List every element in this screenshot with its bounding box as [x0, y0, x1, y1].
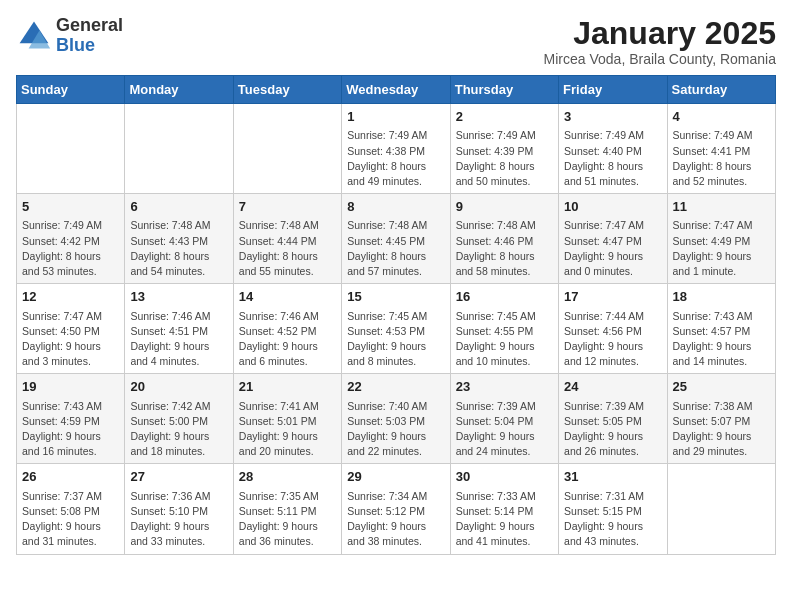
day-number: 11 [673, 198, 770, 216]
cell-content: Sunrise: 7:49 AM Sunset: 4:39 PM Dayligh… [456, 128, 553, 189]
cell-content: Sunrise: 7:48 AM Sunset: 4:45 PM Dayligh… [347, 218, 444, 279]
cell-content: Sunrise: 7:46 AM Sunset: 4:52 PM Dayligh… [239, 309, 336, 370]
calendar-cell: 28Sunrise: 7:35 AM Sunset: 5:11 PM Dayli… [233, 464, 341, 554]
calendar-cell: 23Sunrise: 7:39 AM Sunset: 5:04 PM Dayli… [450, 374, 558, 464]
calendar-body: 1Sunrise: 7:49 AM Sunset: 4:38 PM Daylig… [17, 104, 776, 554]
cell-content: Sunrise: 7:39 AM Sunset: 5:04 PM Dayligh… [456, 399, 553, 460]
day-number: 21 [239, 378, 336, 396]
calendar-cell: 7Sunrise: 7:48 AM Sunset: 4:44 PM Daylig… [233, 194, 341, 284]
calendar-cell: 20Sunrise: 7:42 AM Sunset: 5:00 PM Dayli… [125, 374, 233, 464]
calendar-cell: 15Sunrise: 7:45 AM Sunset: 4:53 PM Dayli… [342, 284, 450, 374]
cell-content: Sunrise: 7:49 AM Sunset: 4:42 PM Dayligh… [22, 218, 119, 279]
day-number: 14 [239, 288, 336, 306]
cell-content: Sunrise: 7:31 AM Sunset: 5:15 PM Dayligh… [564, 489, 661, 550]
cell-content: Sunrise: 7:43 AM Sunset: 4:59 PM Dayligh… [22, 399, 119, 460]
day-number: 16 [456, 288, 553, 306]
calendar-cell [125, 104, 233, 194]
day-number: 10 [564, 198, 661, 216]
calendar-cell: 17Sunrise: 7:44 AM Sunset: 4:56 PM Dayli… [559, 284, 667, 374]
cell-content: Sunrise: 7:47 AM Sunset: 4:49 PM Dayligh… [673, 218, 770, 279]
calendar-title: January 2025 [544, 16, 776, 51]
calendar-cell: 13Sunrise: 7:46 AM Sunset: 4:51 PM Dayli… [125, 284, 233, 374]
weekday-header-friday: Friday [559, 76, 667, 104]
day-number: 9 [456, 198, 553, 216]
calendar-cell: 1Sunrise: 7:49 AM Sunset: 4:38 PM Daylig… [342, 104, 450, 194]
day-number: 31 [564, 468, 661, 486]
calendar-cell: 29Sunrise: 7:34 AM Sunset: 5:12 PM Dayli… [342, 464, 450, 554]
day-number: 1 [347, 108, 444, 126]
cell-content: Sunrise: 7:44 AM Sunset: 4:56 PM Dayligh… [564, 309, 661, 370]
cell-content: Sunrise: 7:49 AM Sunset: 4:40 PM Dayligh… [564, 128, 661, 189]
weekday-header-saturday: Saturday [667, 76, 775, 104]
cell-content: Sunrise: 7:49 AM Sunset: 4:41 PM Dayligh… [673, 128, 770, 189]
calendar-cell: 5Sunrise: 7:49 AM Sunset: 4:42 PM Daylig… [17, 194, 125, 284]
day-number: 24 [564, 378, 661, 396]
cell-content: Sunrise: 7:45 AM Sunset: 4:53 PM Dayligh… [347, 309, 444, 370]
cell-content: Sunrise: 7:48 AM Sunset: 4:44 PM Dayligh… [239, 218, 336, 279]
calendar-subtitle: Mircea Voda, Braila County, Romania [544, 51, 776, 67]
cell-content: Sunrise: 7:36 AM Sunset: 5:10 PM Dayligh… [130, 489, 227, 550]
day-number: 7 [239, 198, 336, 216]
week-row-5: 26Sunrise: 7:37 AM Sunset: 5:08 PM Dayli… [17, 464, 776, 554]
logo-text: General Blue [56, 16, 123, 56]
cell-content: Sunrise: 7:45 AM Sunset: 4:55 PM Dayligh… [456, 309, 553, 370]
day-number: 13 [130, 288, 227, 306]
weekday-row: SundayMondayTuesdayWednesdayThursdayFrid… [17, 76, 776, 104]
cell-content: Sunrise: 7:40 AM Sunset: 5:03 PM Dayligh… [347, 399, 444, 460]
logo-icon [16, 18, 52, 54]
day-number: 20 [130, 378, 227, 396]
day-number: 22 [347, 378, 444, 396]
cell-content: Sunrise: 7:47 AM Sunset: 4:50 PM Dayligh… [22, 309, 119, 370]
calendar-cell: 16Sunrise: 7:45 AM Sunset: 4:55 PM Dayli… [450, 284, 558, 374]
day-number: 12 [22, 288, 119, 306]
calendar-header: SundayMondayTuesdayWednesdayThursdayFrid… [17, 76, 776, 104]
day-number: 27 [130, 468, 227, 486]
calendar-cell: 21Sunrise: 7:41 AM Sunset: 5:01 PM Dayli… [233, 374, 341, 464]
cell-content: Sunrise: 7:35 AM Sunset: 5:11 PM Dayligh… [239, 489, 336, 550]
day-number: 15 [347, 288, 444, 306]
day-number: 6 [130, 198, 227, 216]
calendar-cell [17, 104, 125, 194]
day-number: 5 [22, 198, 119, 216]
day-number: 4 [673, 108, 770, 126]
cell-content: Sunrise: 7:39 AM Sunset: 5:05 PM Dayligh… [564, 399, 661, 460]
calendar-cell: 8Sunrise: 7:48 AM Sunset: 4:45 PM Daylig… [342, 194, 450, 284]
calendar-cell: 27Sunrise: 7:36 AM Sunset: 5:10 PM Dayli… [125, 464, 233, 554]
weekday-header-sunday: Sunday [17, 76, 125, 104]
week-row-3: 12Sunrise: 7:47 AM Sunset: 4:50 PM Dayli… [17, 284, 776, 374]
calendar-cell: 25Sunrise: 7:38 AM Sunset: 5:07 PM Dayli… [667, 374, 775, 464]
cell-content: Sunrise: 7:42 AM Sunset: 5:00 PM Dayligh… [130, 399, 227, 460]
calendar-cell: 2Sunrise: 7:49 AM Sunset: 4:39 PM Daylig… [450, 104, 558, 194]
calendar-cell: 3Sunrise: 7:49 AM Sunset: 4:40 PM Daylig… [559, 104, 667, 194]
day-number: 26 [22, 468, 119, 486]
day-number: 3 [564, 108, 661, 126]
week-row-1: 1Sunrise: 7:49 AM Sunset: 4:38 PM Daylig… [17, 104, 776, 194]
calendar-cell: 12Sunrise: 7:47 AM Sunset: 4:50 PM Dayli… [17, 284, 125, 374]
calendar-cell: 6Sunrise: 7:48 AM Sunset: 4:43 PM Daylig… [125, 194, 233, 284]
calendar-cell [233, 104, 341, 194]
calendar-cell: 18Sunrise: 7:43 AM Sunset: 4:57 PM Dayli… [667, 284, 775, 374]
cell-content: Sunrise: 7:47 AM Sunset: 4:47 PM Dayligh… [564, 218, 661, 279]
title-block: January 2025 Mircea Voda, Braila County,… [544, 16, 776, 67]
cell-content: Sunrise: 7:38 AM Sunset: 5:07 PM Dayligh… [673, 399, 770, 460]
day-number: 29 [347, 468, 444, 486]
day-number: 8 [347, 198, 444, 216]
cell-content: Sunrise: 7:41 AM Sunset: 5:01 PM Dayligh… [239, 399, 336, 460]
weekday-header-thursday: Thursday [450, 76, 558, 104]
weekday-header-monday: Monday [125, 76, 233, 104]
week-row-2: 5Sunrise: 7:49 AM Sunset: 4:42 PM Daylig… [17, 194, 776, 284]
day-number: 28 [239, 468, 336, 486]
weekday-header-wednesday: Wednesday [342, 76, 450, 104]
calendar-cell: 31Sunrise: 7:31 AM Sunset: 5:15 PM Dayli… [559, 464, 667, 554]
day-number: 23 [456, 378, 553, 396]
cell-content: Sunrise: 7:43 AM Sunset: 4:57 PM Dayligh… [673, 309, 770, 370]
week-row-4: 19Sunrise: 7:43 AM Sunset: 4:59 PM Dayli… [17, 374, 776, 464]
day-number: 25 [673, 378, 770, 396]
day-number: 18 [673, 288, 770, 306]
calendar-cell: 30Sunrise: 7:33 AM Sunset: 5:14 PM Dayli… [450, 464, 558, 554]
calendar-cell: 24Sunrise: 7:39 AM Sunset: 5:05 PM Dayli… [559, 374, 667, 464]
calendar-cell: 26Sunrise: 7:37 AM Sunset: 5:08 PM Dayli… [17, 464, 125, 554]
day-number: 17 [564, 288, 661, 306]
logo: General Blue [16, 16, 123, 56]
cell-content: Sunrise: 7:34 AM Sunset: 5:12 PM Dayligh… [347, 489, 444, 550]
